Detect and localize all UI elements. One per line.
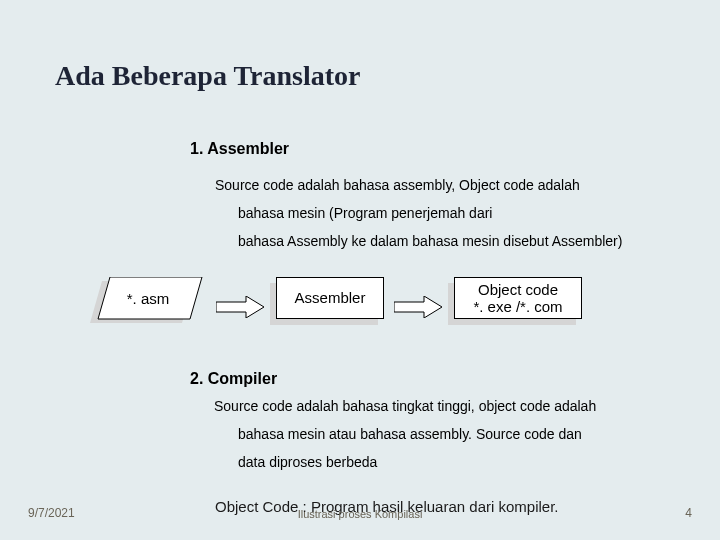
footer-caption: Ilustrasi proses Kompilasi [0, 508, 720, 520]
section2-line2: bahasa mesin atau bahasa assembly. Sourc… [238, 426, 582, 442]
flow-diagram: *. asm Assembler Object code *. exe /*. … [90, 277, 650, 337]
section1-heading: 1. Assembler [190, 140, 289, 158]
section1-line1: Source code adalah bahasa assembly, Obje… [215, 177, 580, 193]
svg-marker-3 [394, 296, 442, 318]
footer-page-number: 4 [685, 506, 692, 520]
process-shape: Assembler [276, 277, 384, 319]
svg-marker-2 [216, 296, 264, 318]
section2-heading: 2. Compiler [190, 370, 277, 388]
arrow-icon [216, 296, 264, 318]
page-title: Ada Beberapa Translator [55, 60, 360, 92]
section2-line3: data diproses berbeda [238, 454, 377, 470]
input-label: *. asm [127, 290, 170, 307]
section1-line2: bahasa mesin (Program penerjemah dari [238, 205, 492, 221]
section1-line3: bahasa Assembly ke dalam bahasa mesin di… [238, 233, 622, 249]
output-shape: Object code *. exe /*. com [454, 277, 582, 319]
arrow-icon [394, 296, 442, 318]
output-line2: *. exe /*. com [473, 298, 562, 315]
input-shape: *. asm [90, 277, 210, 333]
process-label: Assembler [295, 289, 366, 306]
section2-line1: Source code adalah bahasa tingkat tinggi… [214, 398, 596, 414]
output-label: Object code *. exe /*. com [473, 281, 562, 316]
output-line1: Object code [478, 281, 558, 298]
